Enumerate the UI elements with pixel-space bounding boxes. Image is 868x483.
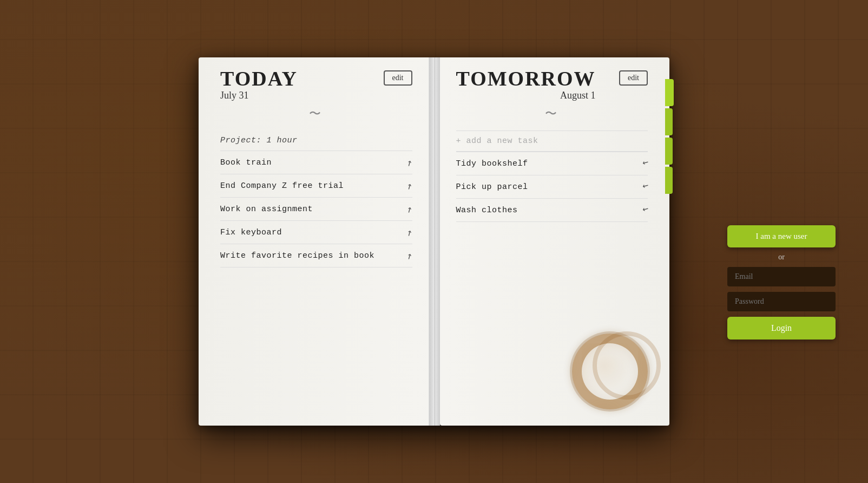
task-arrow-icon: ↗ (403, 156, 415, 169)
password-input[interactable] (727, 292, 836, 311)
today-title: TODAY (220, 68, 298, 89)
tomorrow-task-list: Tidy bookshelf ↗ Pick up parcel ↗ Wash c… (456, 152, 648, 222)
task-item[interactable]: Work on assignment ↗ (220, 198, 412, 221)
task-label: Tidy bookshelf (456, 159, 636, 168)
coffee-stain (572, 334, 648, 409)
task-item[interactable]: Wash clothes ↗ (456, 199, 648, 222)
task-arrow-icon: ↗ (403, 179, 415, 193)
or-label: or (778, 253, 785, 262)
task-arrow-icon: ↗ (403, 203, 415, 216)
notebook: TODAY July 31 edit 〜 Project: 1 hour Boo… (199, 57, 669, 426)
right-page: edit TOMORROW August 1 〜 + add a new tas… (440, 57, 670, 426)
task-label: Pick up parcel (456, 182, 636, 192)
task-arrow-icon: ↗ (403, 249, 415, 263)
today-date: July 31 (220, 90, 298, 101)
add-task-input[interactable]: + add a new task (456, 130, 648, 152)
new-user-button[interactable]: I am a new user (727, 225, 836, 247)
page-tab-2[interactable] (665, 108, 673, 135)
tomorrow-date: August 1 (456, 90, 596, 101)
task-arrow-icon: ↗ (639, 157, 650, 171)
task-label: End Company Z free trial (220, 181, 400, 191)
task-arrow-icon: ↗ (639, 180, 650, 194)
today-task-list: Book train ↗ End Company Z free trial ↗ … (220, 151, 412, 267)
task-item[interactable]: Tidy bookshelf ↗ (456, 152, 648, 175)
login-panel: I am a new user or Login (727, 225, 836, 340)
email-input[interactable] (727, 267, 836, 286)
task-item[interactable]: Write favorite recipes in book ↗ (220, 244, 412, 267)
task-item[interactable]: Book train ↗ (220, 151, 412, 174)
task-arrow-icon: ↗ (639, 204, 650, 217)
left-page: TODAY July 31 edit 〜 Project: 1 hour Boo… (199, 57, 429, 426)
left-page-header: TODAY July 31 edit (220, 68, 412, 101)
task-label: Fix keyboard (220, 228, 400, 237)
right-page-header: edit TOMORROW August 1 (456, 68, 648, 101)
left-page-header-text: TODAY July 31 (220, 68, 298, 101)
right-page-header-text: TOMORROW August 1 (456, 68, 596, 101)
task-label: Write favorite recipes in book (220, 251, 400, 260)
right-edit-button[interactable]: edit (619, 70, 648, 86)
task-arrow-icon: ↗ (403, 226, 415, 239)
page-wrapper: TODAY July 31 edit 〜 Project: 1 hour Boo… (0, 0, 868, 483)
task-label: Book train (220, 158, 400, 167)
task-item[interactable]: Pick up parcel ↗ (456, 175, 648, 199)
page-tab-4[interactable] (665, 167, 673, 194)
task-item[interactable]: End Company Z free trial ↗ (220, 174, 412, 198)
notebook-spine (429, 57, 440, 426)
task-item[interactable]: Fix keyboard ↗ (220, 221, 412, 244)
page-tab-1[interactable] (665, 79, 674, 106)
left-swirl: 〜 (220, 106, 412, 122)
left-edit-button[interactable]: edit (384, 70, 412, 86)
tomorrow-title: TOMORROW (456, 68, 596, 89)
task-label: Wash clothes (456, 206, 636, 215)
task-label: Work on assignment (220, 205, 400, 214)
login-button[interactable]: Login (727, 317, 836, 340)
section-header: Project: 1 hour (220, 130, 412, 151)
page-tabs (665, 79, 674, 194)
page-tab-3[interactable] (665, 138, 673, 165)
right-swirl: 〜 (456, 106, 648, 122)
